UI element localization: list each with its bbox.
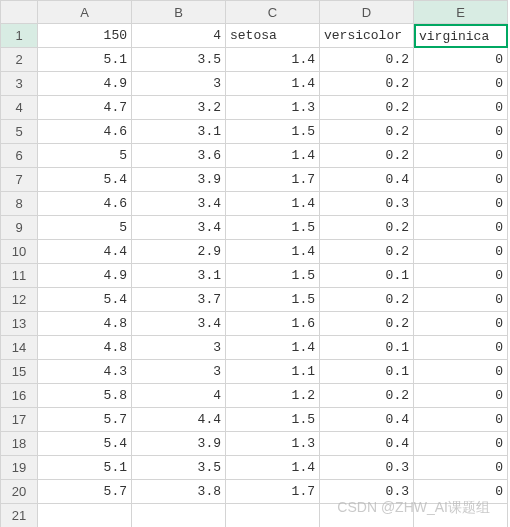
cell-B1[interactable]: 4 bbox=[132, 24, 226, 48]
cell-E7[interactable]: 0 bbox=[414, 168, 508, 192]
cell-E16[interactable]: 0 bbox=[414, 384, 508, 408]
cell-A19[interactable]: 5.1 bbox=[38, 456, 132, 480]
cell-B4[interactable]: 3.2 bbox=[132, 96, 226, 120]
cell-B6[interactable]: 3.6 bbox=[132, 144, 226, 168]
row-header[interactable]: 13 bbox=[0, 312, 38, 336]
cell-E13[interactable]: 0 bbox=[414, 312, 508, 336]
cell-E10[interactable]: 0 bbox=[414, 240, 508, 264]
cell-D18[interactable]: 0.4 bbox=[320, 432, 414, 456]
cell-E17[interactable]: 0 bbox=[414, 408, 508, 432]
row-header[interactable]: 20 bbox=[0, 480, 38, 504]
cell-D5[interactable]: 0.2 bbox=[320, 120, 414, 144]
cell-E11[interactable]: 0 bbox=[414, 264, 508, 288]
row-header[interactable]: 5 bbox=[0, 120, 38, 144]
cell-E12[interactable]: 0 bbox=[414, 288, 508, 312]
cell-A6[interactable]: 5 bbox=[38, 144, 132, 168]
cell-C21[interactable] bbox=[226, 504, 320, 527]
cell-C19[interactable]: 1.4 bbox=[226, 456, 320, 480]
cell-A9[interactable]: 5 bbox=[38, 216, 132, 240]
cell-D21[interactable] bbox=[320, 504, 414, 527]
cell-B21[interactable] bbox=[132, 504, 226, 527]
cell-B3[interactable]: 3 bbox=[132, 72, 226, 96]
cell-C17[interactable]: 1.5 bbox=[226, 408, 320, 432]
cell-D8[interactable]: 0.3 bbox=[320, 192, 414, 216]
cell-A7[interactable]: 5.4 bbox=[38, 168, 132, 192]
cell-A14[interactable]: 4.8 bbox=[38, 336, 132, 360]
cell-E4[interactable]: 0 bbox=[414, 96, 508, 120]
cell-B14[interactable]: 3 bbox=[132, 336, 226, 360]
cell-C18[interactable]: 1.3 bbox=[226, 432, 320, 456]
cell-C20[interactable]: 1.7 bbox=[226, 480, 320, 504]
row-header[interactable]: 17 bbox=[0, 408, 38, 432]
cell-C2[interactable]: 1.4 bbox=[226, 48, 320, 72]
cell-A12[interactable]: 5.4 bbox=[38, 288, 132, 312]
cell-C9[interactable]: 1.5 bbox=[226, 216, 320, 240]
cell-C6[interactable]: 1.4 bbox=[226, 144, 320, 168]
cell-C11[interactable]: 1.5 bbox=[226, 264, 320, 288]
cell-E9[interactable]: 0 bbox=[414, 216, 508, 240]
cell-D11[interactable]: 0.1 bbox=[320, 264, 414, 288]
cell-A15[interactable]: 4.3 bbox=[38, 360, 132, 384]
row-header[interactable]: 8 bbox=[0, 192, 38, 216]
cell-A16[interactable]: 5.8 bbox=[38, 384, 132, 408]
cell-A20[interactable]: 5.7 bbox=[38, 480, 132, 504]
row-header[interactable]: 14 bbox=[0, 336, 38, 360]
row-header[interactable]: 3 bbox=[0, 72, 38, 96]
cell-E18[interactable]: 0 bbox=[414, 432, 508, 456]
cell-D20[interactable]: 0.3 bbox=[320, 480, 414, 504]
cell-D6[interactable]: 0.2 bbox=[320, 144, 414, 168]
cell-B8[interactable]: 3.4 bbox=[132, 192, 226, 216]
cell-E2[interactable]: 0 bbox=[414, 48, 508, 72]
cell-C7[interactable]: 1.7 bbox=[226, 168, 320, 192]
cell-E20[interactable]: 0 bbox=[414, 480, 508, 504]
cell-A21[interactable] bbox=[38, 504, 132, 527]
cell-C5[interactable]: 1.5 bbox=[226, 120, 320, 144]
cell-C14[interactable]: 1.4 bbox=[226, 336, 320, 360]
cell-C12[interactable]: 1.5 bbox=[226, 288, 320, 312]
row-header[interactable]: 10 bbox=[0, 240, 38, 264]
col-header-B[interactable]: B bbox=[132, 0, 226, 24]
spreadsheet-grid[interactable]: ABCDE11504setosaversicolorvirginica25.13… bbox=[0, 0, 510, 527]
cell-C15[interactable]: 1.1 bbox=[226, 360, 320, 384]
col-header-E[interactable]: E bbox=[414, 0, 508, 24]
cell-D19[interactable]: 0.3 bbox=[320, 456, 414, 480]
cell-A4[interactable]: 4.7 bbox=[38, 96, 132, 120]
cell-C1[interactable]: setosa bbox=[226, 24, 320, 48]
row-header[interactable]: 1 bbox=[0, 24, 38, 48]
row-header[interactable]: 4 bbox=[0, 96, 38, 120]
col-header-D[interactable]: D bbox=[320, 0, 414, 24]
cell-D3[interactable]: 0.2 bbox=[320, 72, 414, 96]
cell-B10[interactable]: 2.9 bbox=[132, 240, 226, 264]
cell-D4[interactable]: 0.2 bbox=[320, 96, 414, 120]
cell-E8[interactable]: 0 bbox=[414, 192, 508, 216]
cell-B2[interactable]: 3.5 bbox=[132, 48, 226, 72]
cell-C16[interactable]: 1.2 bbox=[226, 384, 320, 408]
cell-D13[interactable]: 0.2 bbox=[320, 312, 414, 336]
cell-E19[interactable]: 0 bbox=[414, 456, 508, 480]
cell-C3[interactable]: 1.4 bbox=[226, 72, 320, 96]
cell-A2[interactable]: 5.1 bbox=[38, 48, 132, 72]
cell-E14[interactable]: 0 bbox=[414, 336, 508, 360]
cell-B7[interactable]: 3.9 bbox=[132, 168, 226, 192]
cell-A10[interactable]: 4.4 bbox=[38, 240, 132, 264]
cell-B9[interactable]: 3.4 bbox=[132, 216, 226, 240]
cell-A3[interactable]: 4.9 bbox=[38, 72, 132, 96]
cell-B20[interactable]: 3.8 bbox=[132, 480, 226, 504]
row-header[interactable]: 7 bbox=[0, 168, 38, 192]
cell-B17[interactable]: 4.4 bbox=[132, 408, 226, 432]
cell-E3[interactable]: 0 bbox=[414, 72, 508, 96]
cell-B5[interactable]: 3.1 bbox=[132, 120, 226, 144]
cell-C13[interactable]: 1.6 bbox=[226, 312, 320, 336]
cell-E5[interactable]: 0 bbox=[414, 120, 508, 144]
row-header[interactable]: 18 bbox=[0, 432, 38, 456]
cell-D2[interactable]: 0.2 bbox=[320, 48, 414, 72]
cell-A17[interactable]: 5.7 bbox=[38, 408, 132, 432]
cell-B18[interactable]: 3.9 bbox=[132, 432, 226, 456]
cell-D10[interactable]: 0.2 bbox=[320, 240, 414, 264]
row-header[interactable]: 15 bbox=[0, 360, 38, 384]
cell-D16[interactable]: 0.2 bbox=[320, 384, 414, 408]
row-header[interactable]: 21 bbox=[0, 504, 38, 527]
cell-B15[interactable]: 3 bbox=[132, 360, 226, 384]
cell-D15[interactable]: 0.1 bbox=[320, 360, 414, 384]
row-header[interactable]: 12 bbox=[0, 288, 38, 312]
